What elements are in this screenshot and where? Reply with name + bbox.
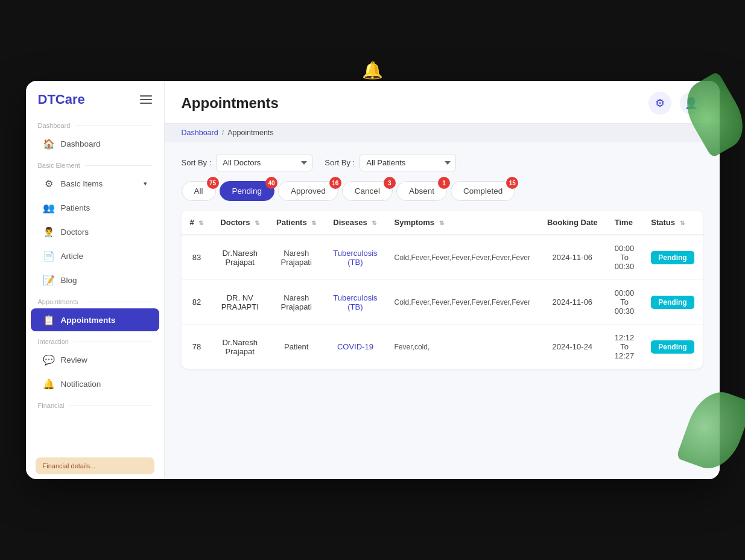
sidebar-item-basic-items[interactable]: ⚙ Basic Items ▾ (31, 172, 159, 195)
sidebar-item-patients[interactable]: 👥 Patients (31, 196, 159, 219)
sidebar-item-doctors[interactable]: 👨‍⚕️ Doctors (31, 220, 159, 243)
tab-pending-badge: 40 (265, 177, 277, 189)
sidebar-item-notification[interactable]: 🔔 Notification (31, 372, 159, 395)
cell-status: Pending (642, 235, 702, 280)
sidebar-item-dashboard[interactable]: 🏠 Dashboard (31, 132, 159, 155)
status-badge: Pending (651, 251, 694, 264)
doctors-icon: 👨‍⚕️ (43, 226, 55, 238)
cell-doctor: Dr.NareshPrajapat (212, 325, 268, 369)
sort-icon-symptoms[interactable]: ⇅ (439, 220, 444, 226)
section-interaction: Interaction (26, 332, 164, 348)
doctors-filter-group: Sort By : All Doctors (182, 154, 313, 171)
tab-absent-badge: 1 (438, 177, 450, 189)
tab-approved[interactable]: Approved 16 (278, 181, 338, 201)
main-content: Appointments ⚙ 👤 Dashboard / Appointment… (165, 81, 720, 479)
header: Appointments ⚙ 👤 (165, 81, 720, 124)
appointments-table-container: # ⇅ Doctors ⇅ Patients ⇅ (182, 211, 703, 369)
sidebar-item-label: Basic Items (61, 179, 103, 188)
tab-cancel-label: Cancel (355, 186, 380, 196)
app-window: DTCare Dashboard 🏠 Dashboard Basic Eleme… (26, 81, 720, 479)
settings-button[interactable]: ⚙ (648, 92, 671, 115)
page-body: Sort By : All Doctors Sort By : All Pati… (165, 142, 720, 479)
appointments-table: # ⇅ Doctors ⇅ Patients ⇅ (182, 211, 703, 369)
status-badge: Pending (651, 340, 694, 354)
sort-icon-doctors[interactable]: ⇅ (255, 220, 259, 226)
chevron-down-icon: ▾ (144, 180, 147, 188)
bell-decoration: 🔔 (362, 60, 383, 80)
tab-completed[interactable]: Completed 15 (451, 181, 515, 201)
sidebar-item-label: Article (61, 252, 84, 261)
breadcrumb-separator: / (222, 129, 224, 137)
patients-filter-group: Sort By : All Patients (325, 154, 456, 171)
tab-absent[interactable]: Absent 1 (396, 181, 447, 201)
tab-completed-label: Completed (463, 186, 502, 196)
sidebar-item-blog[interactable]: 📝 Blog (31, 269, 159, 291)
page-title: Appointments (182, 95, 279, 112)
col-symptoms: Symptoms ⇅ (386, 211, 539, 235)
article-icon: 📄 (43, 250, 55, 262)
cell-disease: COVID-19 (325, 325, 385, 369)
sidebar-item-label: Dashboard (61, 139, 101, 148)
tab-completed-badge: 15 (506, 177, 518, 189)
cell-booking-date: 2024-11-06 (539, 280, 606, 325)
financial-bottom-item[interactable]: Financial details... (36, 457, 154, 474)
cell-disease: Tuberculosis(TB) (325, 280, 385, 325)
cell-patient: NareshPrajapati (268, 280, 325, 325)
review-icon: 💬 (43, 354, 55, 366)
tab-cancel[interactable]: Cancel 3 (342, 181, 393, 201)
sidebar-item-article[interactable]: 📄 Article (31, 244, 159, 267)
sort-icon-number[interactable]: ⇅ (198, 220, 203, 226)
sidebar-item-label: Blog (61, 276, 77, 285)
sort-icon-status[interactable]: ⇅ (680, 220, 685, 226)
cell-disease: Tuberculosis(TB) (325, 235, 385, 280)
sidebar: DTCare Dashboard 🏠 Dashboard Basic Eleme… (26, 81, 165, 479)
cell-symptoms: Cold,Fever,Fever,Fever,Fever,Fever,Fever (386, 235, 539, 280)
cell-patient: Patient (268, 325, 325, 369)
doctors-filter-select[interactable]: All Doctors (216, 154, 312, 171)
sidebar-item-appointments[interactable]: 📋 Appointments (31, 308, 159, 331)
col-patients: Patients ⇅ (268, 211, 325, 235)
appointments-icon: 📋 (43, 314, 55, 326)
sidebar-item-label: Doctors (61, 228, 89, 237)
col-number: # ⇅ (182, 211, 212, 235)
status-tabs: All 75 Pending 40 Approved 16 Cancel 3 (182, 181, 703, 201)
tab-absent-label: Absent (409, 186, 434, 196)
tab-all-label: All (194, 186, 203, 196)
sort-icon-patients[interactable]: ⇅ (311, 220, 316, 226)
cell-doctor: DR. NVPRAJAPTI (212, 280, 268, 325)
sidebar-item-review[interactable]: 💬 Review (31, 348, 159, 371)
cell-time: 00:00To00:30 (606, 280, 643, 325)
table-row: 78 Dr.NareshPrajapat Patient COVID-19 Fe… (182, 325, 703, 369)
table-header-row: # ⇅ Doctors ⇅ Patients ⇅ (182, 211, 703, 235)
logo-text: DTCare (38, 92, 85, 107)
col-diseases: Diseases ⇅ (325, 211, 385, 235)
breadcrumb-current: Appointments (227, 129, 273, 137)
sidebar-logo: DTCare (26, 81, 164, 116)
sidebar-item-label: Appointments (61, 316, 116, 325)
hamburger-menu[interactable] (140, 95, 152, 104)
cell-symptoms: Cold,Fever,Fever,Fever,Fever,Fever,Fever (386, 280, 539, 325)
breadcrumb: Dashboard / Appointments (165, 124, 720, 142)
patients-icon: 👥 (43, 202, 55, 214)
tab-all[interactable]: All 75 (182, 181, 216, 201)
doctors-filter-label: Sort By : (182, 158, 212, 167)
section-appointments: Appointments (26, 292, 164, 308)
cell-status: Pending (642, 325, 702, 369)
tab-approved-badge: 16 (329, 177, 341, 189)
sort-icon-diseases[interactable]: ⇅ (372, 220, 376, 226)
cell-booking-date: 2024-10-24 (539, 325, 606, 369)
col-time: Time (606, 211, 643, 235)
cell-patient: NareshPrajapati (268, 235, 325, 280)
tab-pending[interactable]: Pending 40 (220, 181, 275, 201)
tab-cancel-badge: 3 (384, 177, 396, 189)
cell-number: 78 (182, 325, 212, 369)
breadcrumb-home[interactable]: Dashboard (182, 129, 218, 137)
cell-doctor: Dr.NareshPrajapat (212, 235, 268, 280)
filters-row: Sort By : All Doctors Sort By : All Pati… (182, 154, 703, 171)
cell-status: Pending (642, 280, 702, 325)
col-doctors: Doctors ⇅ (212, 211, 268, 235)
patients-filter-select[interactable]: All Patients (360, 154, 456, 171)
section-financial: Financial (26, 396, 164, 412)
patients-filter-label: Sort By : (325, 158, 355, 167)
tab-pending-label: Pending (232, 186, 262, 196)
